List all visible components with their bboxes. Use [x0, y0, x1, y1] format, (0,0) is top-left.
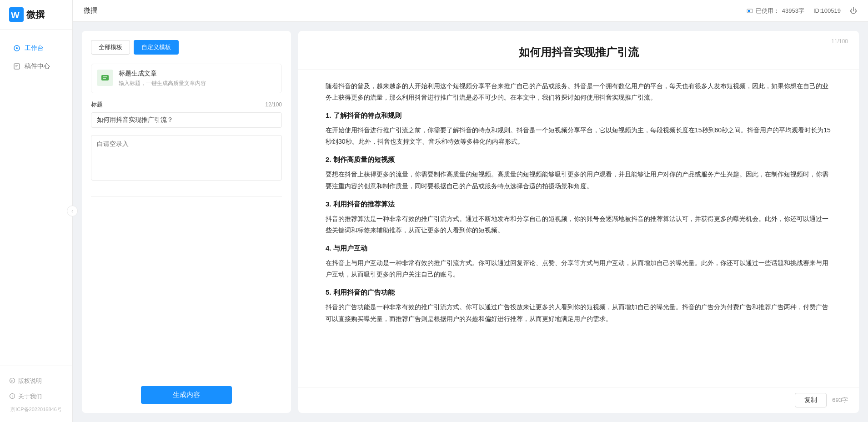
about-icon: i — [9, 393, 15, 401]
copyright-icon: c — [9, 377, 15, 385]
tab-all-templates[interactable]: 全部模板 — [91, 40, 130, 55]
generate-button[interactable]: 生成内容 — [141, 386, 232, 404]
icp-text: 京ICP备2022016846号 — [4, 404, 69, 415]
article-paragraph: 随着抖音的普及，越来越多的人开始利用这个短视频分享平台来推广自己的产品或服务。抖… — [326, 80, 832, 103]
article-paragraph: 抖音的广告功能是一种非常有效的推广引流方式。你可以通过广告投放来让更多的人看到你… — [326, 301, 832, 324]
usage-icon — [747, 8, 753, 14]
header: 微撰 已使用： 43953字 ID:100519 ⏻ — [73, 0, 868, 22]
copy-button[interactable]: 复制 — [795, 393, 827, 407]
header-id: ID:100519 — [813, 7, 841, 14]
copyright-label: 版权说明 — [18, 377, 42, 385]
tabs-row: 全部模板 自定义模板 — [91, 40, 282, 55]
sidebar-footer: c 版权说明 i 关于我们 京ICP备2022016846号 — [0, 366, 72, 422]
svg-text:W: W — [11, 10, 20, 20]
main-area: 微撰 已使用： 43953字 ID:100519 ⏻ 全部模板 自定义模板 — [73, 0, 868, 422]
right-panel: 如何用抖音实现推广引流 11/100 随着抖音的普及，越来越多的人开始利用这个短… — [298, 31, 859, 413]
title-input[interactable] — [91, 112, 282, 128]
header-right: 已使用： 43953字 ID:100519 ⏻ — [747, 7, 857, 15]
form-divider — [91, 196, 282, 197]
id-label: ID: — [813, 7, 821, 14]
collapse-button[interactable]: ‹ — [67, 206, 78, 216]
drafts-icon — [13, 62, 21, 70]
textarea-form-section — [91, 135, 282, 182]
header-usage: 已使用： 43953字 — [747, 7, 804, 15]
left-panel: 全部模板 自定义模板 标题生成文章 输入标题，一键生成高质量文章内容 — [82, 31, 291, 413]
drafts-label: 稿件中心 — [25, 62, 50, 70]
article-footer: 复制 693字 — [298, 387, 859, 413]
article-section-heading: 5. 利用抖音的广告功能 — [326, 288, 832, 297]
sidebar-nav: 工作台 稿件中心 — [0, 30, 72, 366]
about-label: 关于我们 — [18, 392, 42, 401]
article-body[interactable]: 随着抖音的普及，越来越多的人开始利用这个短视频分享平台来推广自己的产品或服务。抖… — [298, 70, 859, 387]
svg-text:i: i — [12, 394, 13, 398]
title-label-row: 标题 12/100 — [91, 100, 282, 109]
logo-text: 微撰 — [26, 9, 45, 21]
sidebar-item-workbench[interactable]: 工作台 — [4, 40, 69, 57]
svg-text:c: c — [11, 379, 13, 382]
svg-point-3 — [16, 47, 18, 49]
footer-item-about[interactable]: i 关于我们 — [4, 389, 69, 404]
word-count: 693字 — [832, 396, 848, 404]
article-section-heading: 1. 了解抖音的特点和规则 — [326, 111, 832, 120]
article-paragraph: 在开始使用抖音进行推广引流之前，你需要了解抖音的特点和规则。抖音是一个短视频分享… — [326, 125, 832, 147]
template-desc: 输入标题，一键生成高质量文章内容 — [119, 80, 276, 87]
article-section-heading: 4. 与用户互动 — [326, 244, 832, 253]
article-paragraph: 抖音的推荐算法是一种非常有效的推广引流方式。通过不断地发布和分享自己的短视频，你… — [326, 213, 832, 236]
article-section-heading: 3. 利用抖音的推荐算法 — [326, 200, 832, 209]
template-name: 标题生成文章 — [119, 70, 276, 78]
usage-value: 43953字 — [782, 7, 804, 15]
title-label: 标题 — [91, 100, 103, 109]
workbench-icon — [13, 44, 21, 52]
template-icon — [97, 70, 113, 86]
article-title: 如何用抖音实现推广引流 — [326, 45, 832, 60]
sidebar-item-drafts[interactable]: 稿件中心 — [4, 58, 69, 75]
footer-item-copyright[interactable]: c 版权说明 — [4, 373, 69, 389]
sidebar: W 微撰 工作台 稿件中心 — [0, 0, 73, 422]
usage-label: 已使用： — [756, 7, 779, 15]
logo-icon: W — [9, 7, 24, 22]
template-info: 标题生成文章 输入标题，一键生成高质量文章内容 — [119, 70, 276, 87]
svg-rect-13 — [101, 75, 109, 80]
svg-rect-12 — [748, 10, 750, 12]
tab-custom-templates[interactable]: 自定义模板 — [134, 40, 179, 55]
article-paragraph: 要想在抖音上获得更多的流量，你需要制作高质量的短视频。高质量的短视频能够吸引更多… — [326, 169, 832, 191]
power-button[interactable]: ⏻ — [850, 7, 857, 15]
article-paragraph: 在抖音上与用户互动是一种非常有效的推广引流方式。你可以通过回复评论、点赞、分享等… — [326, 257, 832, 280]
title-char-count: 12/100 — [265, 101, 282, 108]
svg-rect-4 — [14, 64, 20, 69]
title-form-section: 标题 12/100 — [91, 100, 282, 128]
header-title: 微撰 — [84, 6, 97, 15]
content-textarea[interactable] — [91, 135, 282, 181]
workbench-label: 工作台 — [25, 44, 44, 52]
id-value: 100519 — [821, 7, 841, 14]
article-section-heading: 2. 制作高质量的短视频 — [326, 156, 832, 164]
article-page-info: 11/100 — [831, 38, 848, 45]
logo-area: W 微撰 — [0, 0, 72, 30]
article-header: 如何用抖音实现推广引流 11/100 — [298, 31, 859, 70]
content-area: 全部模板 自定义模板 标题生成文章 输入标题，一键生成高质量文章内容 — [73, 22, 868, 422]
template-card[interactable]: 标题生成文章 输入标题，一键生成高质量文章内容 — [91, 64, 282, 93]
